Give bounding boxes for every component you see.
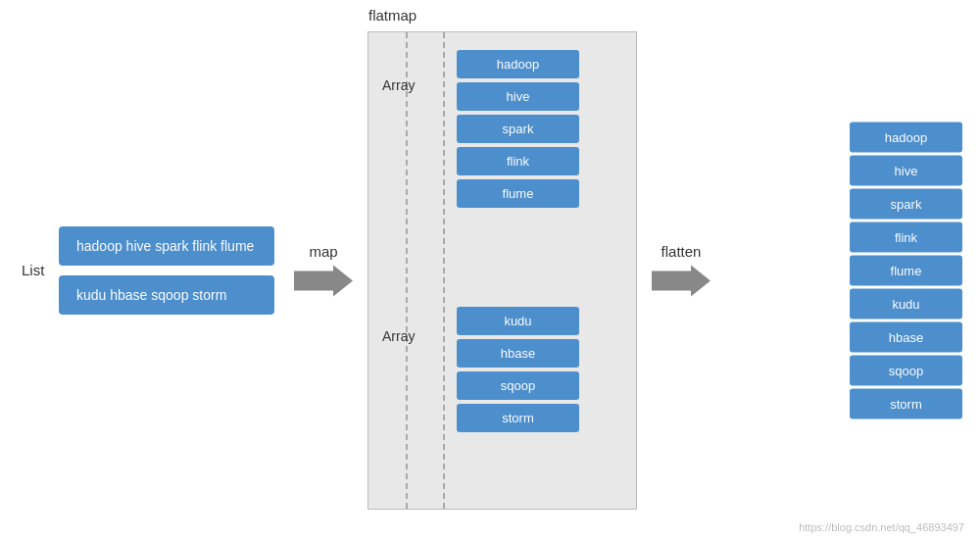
output-item-hadoop: hadoop <box>850 123 962 153</box>
map-label: map <box>309 243 337 260</box>
array1-item-flume: flume <box>457 179 579 208</box>
output-item-hive: hive <box>850 156 962 186</box>
svg-marker-1 <box>652 266 710 297</box>
array1-item-hadoop: hadoop <box>457 50 579 78</box>
array1-group: Array hadoop hive spark flink flume <box>368 50 636 208</box>
list-label: List <box>22 262 44 278</box>
watermark: https://blog.csdn.net/qq_46893497 <box>799 521 964 533</box>
output-item-flume: flume <box>850 256 962 286</box>
flatten-arrow: flatten <box>652 243 710 299</box>
array2-item-kudu: kudu <box>457 307 579 335</box>
list-item-2: kudu hbase sqoop storm <box>59 275 274 315</box>
flatten-arrow-icon <box>652 264 710 299</box>
flatmap-title: flatmap <box>368 7 416 24</box>
array1-item-flink: flink <box>457 147 579 175</box>
array1-item-spark: spark <box>457 115 579 143</box>
output-item-spark: spark <box>850 189 962 220</box>
flatten-label: flatten <box>662 243 702 260</box>
array2-item-hbase: hbase <box>457 339 579 368</box>
flatmap-box: flatmap Array hadoop hive spark flink fl… <box>368 31 637 510</box>
output-section: hadoop hive spark flink flume kudu hbase… <box>850 123 962 419</box>
array2-label: Array <box>382 328 415 344</box>
output-item-kudu: kudu <box>850 289 962 320</box>
array1-item-hive: hive <box>457 82 579 111</box>
output-item-hbase: hbase <box>850 322 962 353</box>
map-arrow-icon <box>294 264 353 299</box>
array2-item-sqoop: sqoop <box>457 371 579 400</box>
output-item-flink: flink <box>850 222 962 253</box>
diagram-container: List hadoop hive spark flink flume kudu … <box>0 0 980 541</box>
list-section: hadoop hive spark flink flume kudu hbase… <box>59 226 274 315</box>
svg-marker-0 <box>294 266 353 297</box>
array2-item-storm: storm <box>457 404 579 432</box>
output-item-sqoop: sqoop <box>850 356 962 386</box>
array2-group: Array kudu hbase sqoop storm <box>368 307 636 432</box>
list-item-1: hadoop hive spark flink flume <box>59 226 274 266</box>
array1-label: Array <box>382 77 415 93</box>
map-arrow: map <box>294 243 353 299</box>
output-item-storm: storm <box>850 389 962 419</box>
